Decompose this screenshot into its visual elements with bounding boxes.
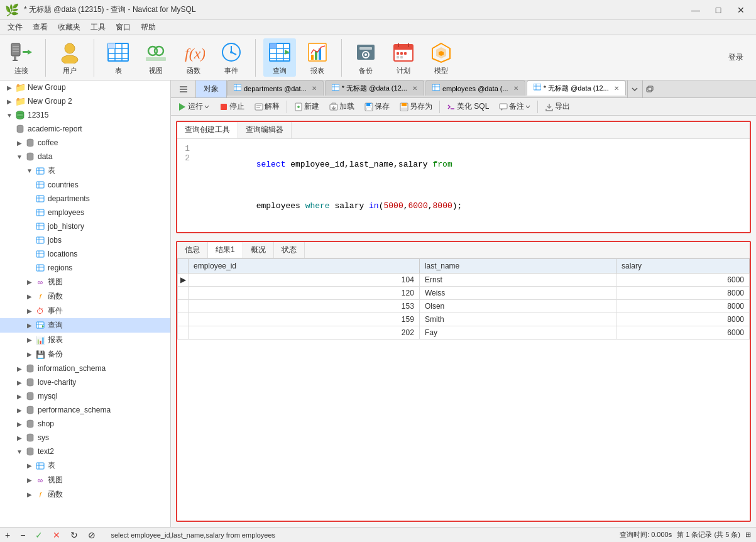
table-row[interactable]: 120 Weiss 8000 [178,287,750,300]
check-btn[interactable]: ✓ [35,530,43,540]
expand-icon[interactable]: ▶ [5,84,14,91]
add-record-btn[interactable]: + [5,530,10,540]
load-button[interactable]: 加载 [325,99,359,114]
sidebar-item-data[interactable]: ▼ data [0,150,170,163]
sidebar-item-text2-funcs[interactable]: ▶ f 函数 [0,487,170,502]
sidebar-item-shop[interactable]: ▶ shop [0,417,170,431]
sidebar-item-sys[interactable]: ▶ sys [0,431,170,445]
save-button[interactable]: 保存 [360,99,394,114]
hamburger-icon[interactable] [178,84,189,94]
run-button[interactable]: 运行 [173,99,214,114]
expand-mysql[interactable]: ▶ [15,393,24,400]
sidebar-item-lovecharity[interactable]: ▶ love-charity [0,375,170,389]
sidebar-item-coffee[interactable]: ▶ coffee [0,136,170,150]
query-editor-content[interactable]: 1 2 select employee_id,last_name,salary … [177,139,750,232]
expand-text2-views[interactable]: ▶ [25,477,34,484]
sidebar-item-text2-views[interactable]: ▶ ∞ 视图 [0,473,170,487]
tool-user[interactable]: 用户 [53,38,86,77]
expand-sys[interactable]: ▶ [15,434,24,441]
refresh-btn[interactable]: ↻ [70,530,78,540]
menu-favorites[interactable]: 收藏夹 [53,21,85,34]
col-employee-id[interactable]: employee_id [189,259,420,274]
expand-functions[interactable]: ▶ [25,293,34,300]
tab-departments[interactable]: departments @dat... ✕ [227,80,324,96]
table-row[interactable]: ▶ 104 Ernst 6000 [178,274,750,287]
expand-backups[interactable]: ▶ [25,351,34,358]
expand-tables[interactable]: ▼ [25,167,34,174]
more-tabs-button[interactable] [627,80,642,97]
sidebar-item-regions[interactable]: regions [0,261,170,275]
sidebar-item-jobs[interactable]: jobs [0,233,170,247]
sidebar-item-departments[interactable]: departments [0,192,170,206]
tool-query[interactable]: 查询 [263,38,296,77]
restore-tab-button[interactable] [642,80,657,97]
delete-record-btn[interactable]: − [20,530,25,540]
tab-employees-close[interactable]: ✕ [513,85,518,92]
expand-text2[interactable]: ▼ [15,448,24,455]
sidebar-item-perfschema[interactable]: ▶ performance_schema [0,403,170,417]
sidebar-item-text2-tables[interactable]: ▶ 表 [0,458,170,473]
tool-connect[interactable]: 连接 [5,38,38,77]
sidebar-item-backups[interactable]: ▶ 💾 备份 [0,347,170,362]
new-button[interactable]: 新建 [290,99,324,114]
tab-untitled2[interactable]: * 无标题 @data (12... ✕ [325,80,424,96]
close-button[interactable]: ✕ [731,4,751,16]
expand-queries[interactable]: ▶ [25,322,34,329]
expand-views[interactable]: ▶ [25,279,34,285]
grid-view-btn[interactable]: ⊞ [745,531,751,539]
expand-coffee[interactable]: ▶ [15,140,24,147]
table-row[interactable]: 202 Fay 6000 [178,326,750,340]
sidebar-item-infschema[interactable]: ▶ information_schema [0,362,170,375]
login-button[interactable]: 登录 [728,52,751,63]
sidebar-item-job-history[interactable]: job_history [0,219,170,233]
tool-event[interactable]: 事件 [215,38,248,77]
expand-shop[interactable]: ▶ [15,421,24,428]
sidebar-item-reports[interactable]: ▶ 📊 报表 [0,333,170,347]
stop-btn[interactable]: ⊘ [88,530,96,540]
tab-active-query[interactable]: * 无标题 @data (12... ✕ [527,80,626,96]
menu-window[interactable]: 窗口 [111,21,136,34]
sidebar-item-newgroup1[interactable]: ▶ 📁 New Group [0,80,170,94]
tool-func[interactable]: f(x) 函数 [177,38,210,77]
expand-perfschema[interactable]: ▶ [15,407,24,414]
query-tab-editor[interactable]: 查询编辑器 [238,122,292,138]
code-content[interactable]: select employee_id,last_name,salary from… [195,144,747,227]
result-tab-overview[interactable]: 概况 [243,242,274,258]
tool-model[interactable]: 模型 [425,38,457,77]
explain-button[interactable]: 解释 [250,99,284,114]
expand-text2-funcs[interactable]: ▶ [25,491,34,498]
menu-help[interactable]: 帮助 [136,21,161,34]
menu-view[interactable]: 查看 [28,21,53,34]
expand-infschema[interactable]: ▶ [15,365,24,372]
sidebar-item-tables[interactable]: ▼ 表 [0,163,170,178]
tool-report[interactable]: 报表 [301,38,334,77]
sidebar-item-functions[interactable]: ▶ f 函数 [0,289,170,304]
col-salary[interactable]: salary [616,259,749,274]
tab-active-close[interactable]: ✕ [614,85,619,92]
tab-objects[interactable]: 对象 [196,80,227,97]
comment-button[interactable]: 备注 [495,99,535,114]
menu-file[interactable]: 文件 [3,21,28,34]
maximize-button[interactable]: □ [708,4,728,16]
sidebar-item-queries[interactable]: ▶ 查询 [0,318,170,333]
col-last-name[interactable]: last_name [419,259,616,274]
tab-employees[interactable]: employees @data (... ✕ [425,80,525,96]
saveas-button[interactable]: 另存为 [395,99,437,114]
sidebar-item-events[interactable]: ▶ ⏱ 事件 [0,304,170,318]
cancel-btn[interactable]: ✕ [53,530,60,540]
expand-icon-2[interactable]: ▶ [5,98,14,105]
table-row[interactable]: 153 Olsen 8000 [178,300,750,313]
sidebar-item-newgroup2[interactable]: ▶ 📁 New Group 2 [0,94,170,108]
result-tab-result1[interactable]: 结果1 [208,242,243,258]
beautify-button[interactable]: 美化 SQL [442,99,493,114]
table-row[interactable]: 159 Smith 8000 [178,313,750,326]
sidebar-item-academic[interactable]: academic-report [0,122,170,136]
sidebar-item-employees[interactable]: employees [0,206,170,219]
export-button[interactable]: 导出 [540,99,574,114]
stop-button[interactable]: 停止 [215,99,249,114]
tab-untitled2-close[interactable]: ✕ [412,85,417,92]
tool-view[interactable]: 视图 [140,38,172,77]
sidebar-item-12315[interactable]: ▼ 12315 [0,108,170,122]
tool-schedule[interactable]: 计划 [387,38,420,77]
sidebar-item-text2[interactable]: ▼ text2 [0,445,170,458]
